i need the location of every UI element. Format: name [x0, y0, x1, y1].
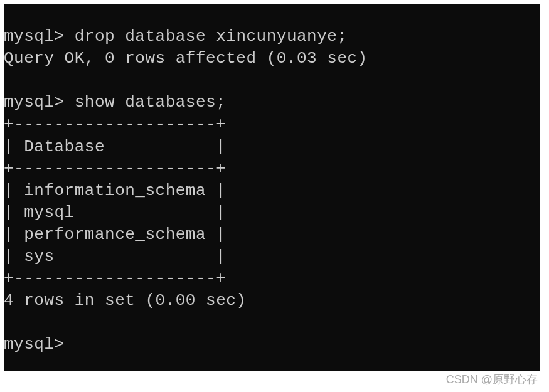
terminal-window[interactable]: mysql> drop database xincunyuanye; Query… [4, 4, 540, 371]
table-border-bottom: +--------------------+ [4, 269, 226, 288]
blank-line-1 [4, 71, 14, 90]
query-result-2: 4 rows in set (0.00 sec) [4, 291, 246, 310]
prompt-line-2: mysql> show databases; [4, 93, 226, 112]
blank-line-2 [4, 313, 14, 332]
prompt-line-1: mysql> drop database xincunyuanye; [4, 27, 348, 46]
table-header: | Database | [4, 137, 226, 156]
command-drop: drop database xincunyuanye; [75, 27, 348, 46]
mysql-prompt: mysql> [4, 27, 65, 46]
mysql-prompt: mysql> [4, 93, 65, 112]
table-row: | mysql | [4, 203, 226, 222]
watermark-text: CSDN @原野心存 [446, 372, 538, 387]
table-row: | performance_schema | [4, 225, 226, 244]
command-show: show databases; [75, 93, 227, 112]
table-border-top: +--------------------+ [4, 115, 226, 134]
query-result-1: Query OK, 0 rows affected (0.03 sec) [4, 49, 368, 68]
table-row: | sys | [4, 247, 226, 266]
table-row: | information_schema | [4, 181, 226, 200]
table-border-mid: +--------------------+ [4, 159, 226, 178]
empty-prompt: mysql> [4, 335, 65, 354]
